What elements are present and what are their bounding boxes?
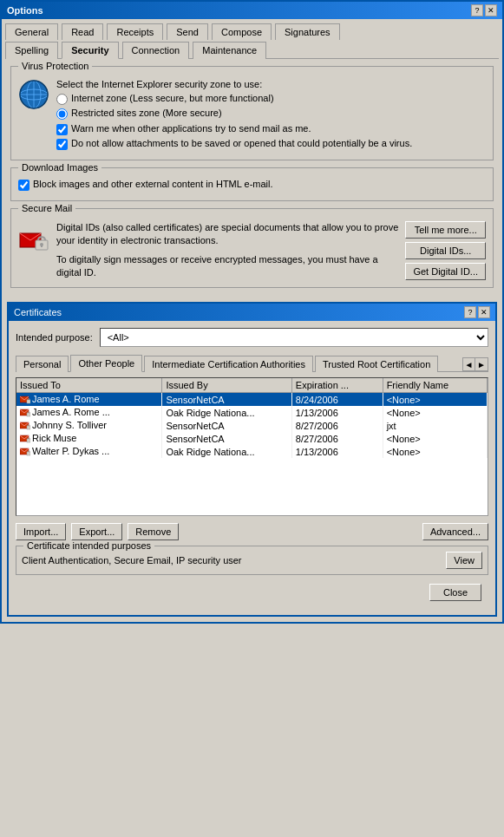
tab-scroll-right-button[interactable]: ► bbox=[475, 358, 488, 370]
cert-purposes-group: Certificate intended purposes Client Aut… bbox=[16, 546, 488, 575]
globe-icon bbox=[18, 79, 49, 110]
tab-spelling[interactable]: Spelling bbox=[5, 42, 58, 59]
radio-restricted-label: Restricted sites zone (More secure) bbox=[71, 108, 222, 118]
cert-help-button[interactable]: ? bbox=[464, 306, 476, 318]
security-content: Virus Protection Select the Internet Exp… bbox=[2, 59, 502, 302]
view-button[interactable]: View bbox=[446, 552, 482, 569]
virus-protection-group: Virus Protection Select the Internet Exp… bbox=[10, 66, 494, 160]
tab-read[interactable]: Read bbox=[62, 23, 103, 40]
get-digital-id-button[interactable]: Get Digital ID... bbox=[405, 263, 486, 280]
svg-rect-11 bbox=[27, 400, 30, 403]
certificate-table: Issued To Issued By Expiration ... Frien… bbox=[16, 378, 488, 458]
purposes-row: Client Authentication, Secure Email, IP … bbox=[22, 552, 482, 569]
secure-mail-icon bbox=[18, 221, 49, 252]
options-title: Options bbox=[7, 5, 43, 16]
options-title-bar: Options ? ✕ bbox=[2, 2, 502, 19]
svg-rect-19 bbox=[27, 452, 30, 455]
help-button[interactable]: ? bbox=[471, 4, 483, 16]
dialog-bottom: Close bbox=[16, 580, 488, 608]
check-block-images[interactable] bbox=[18, 180, 29, 191]
advanced-button[interactable]: Advanced... bbox=[422, 523, 488, 540]
secure-mail-label: Secure Mail bbox=[18, 203, 75, 213]
cert-purposes-label: Certificate intended purposes bbox=[23, 540, 154, 551]
svg-rect-9 bbox=[41, 245, 43, 247]
import-button[interactable]: Import... bbox=[16, 523, 66, 540]
table-row[interactable]: Rick MuseSensorNetCA8/27/2006<None> bbox=[16, 432, 488, 445]
title-bar-controls: ? ✕ bbox=[471, 4, 497, 16]
radio-restricted-zone[interactable] bbox=[56, 108, 68, 120]
tell-me-more-button[interactable]: Tell me more... bbox=[405, 221, 486, 239]
options-window: Options ? ✕ General Read Receipts Send C… bbox=[0, 0, 504, 624]
sm-text1: Digital IDs (also called certificates) a… bbox=[56, 221, 398, 248]
vp-options: Select the Internet Explorer security zo… bbox=[56, 79, 486, 153]
cert-tab-other-people[interactable]: Other People bbox=[70, 355, 142, 372]
close-button[interactable]: ✕ bbox=[485, 4, 497, 16]
purposes-text: Client Authentication, Secure Email, IP … bbox=[22, 555, 242, 566]
cert-row-icon bbox=[20, 446, 32, 456]
cert-row-icon bbox=[20, 394, 32, 404]
certificates-title-bar: Certificates ? ✕ bbox=[9, 304, 495, 321]
svg-rect-17 bbox=[27, 439, 30, 442]
table-row[interactable]: Johnny S. TolliverSensorNetCA8/27/2006jx… bbox=[16, 419, 488, 432]
check-warn-send[interactable] bbox=[56, 124, 68, 135]
col-friendly-name: Friendly Name bbox=[383, 378, 487, 393]
secure-mail-group: Secure Mail Digital IDs (also bbox=[10, 208, 494, 288]
download-images-label: Download Images bbox=[18, 162, 101, 173]
sm-text2: To digitally sign messages or receive en… bbox=[56, 253, 398, 280]
check-no-attachments[interactable] bbox=[56, 139, 68, 150]
check-block-images-label: Block images and other external content … bbox=[33, 179, 273, 189]
tab-receipts[interactable]: Receipts bbox=[107, 23, 163, 40]
cert-tab-intermediate[interactable]: Intermediate Certification Authorities bbox=[144, 356, 313, 372]
tab-scroll-left-button[interactable]: ◄ bbox=[463, 358, 475, 370]
col-issued-to: Issued To bbox=[16, 378, 162, 393]
tab-maintenance[interactable]: Maintenance bbox=[193, 42, 266, 59]
remove-button[interactable]: Remove bbox=[128, 523, 179, 540]
certificates-dialog: Certificates ? ✕ Intended purpose: <All>… bbox=[7, 302, 497, 617]
svg-rect-15 bbox=[27, 426, 30, 429]
certificate-table-container[interactable]: Issued To Issued By Expiration ... Frien… bbox=[16, 377, 488, 516]
table-row[interactable]: James A. Rome ...Oak Ridge Nationa...1/1… bbox=[16, 406, 488, 419]
table-row[interactable]: James A. RomeSensorNetCA8/24/2006<None> bbox=[16, 393, 488, 407]
col-expiration: Expiration ... bbox=[291, 378, 383, 393]
virus-protection-label: Virus Protection bbox=[18, 61, 92, 71]
tab-send[interactable]: Send bbox=[167, 23, 208, 40]
radio-internet-zone[interactable] bbox=[56, 94, 68, 105]
table-row[interactable]: Walter P. Dykas ...Oak Ridge Nationa...1… bbox=[16, 445, 488, 458]
cert-row-icon bbox=[20, 433, 32, 443]
svg-rect-13 bbox=[27, 413, 30, 416]
intended-purpose-row: Intended purpose: <All> bbox=[16, 328, 488, 347]
digital-ids-button[interactable]: Digital IDs... bbox=[405, 242, 486, 259]
intended-purpose-select[interactable]: <All> bbox=[100, 328, 488, 347]
radio-internet-label: Internet zone (Less secure, but more fun… bbox=[71, 93, 274, 103]
vp-description: Select the Internet Explorer security zo… bbox=[56, 79, 486, 89]
cert-close-button[interactable]: ✕ bbox=[478, 306, 490, 318]
tab-security[interactable]: Security bbox=[62, 42, 118, 59]
tab-compose[interactable]: Compose bbox=[212, 23, 272, 40]
cert-row-icon bbox=[20, 407, 32, 417]
check-no-attachments-label: Do not allow attachments to be saved or … bbox=[71, 138, 412, 148]
sm-buttons: Tell me more... Digital IDs... Get Digit… bbox=[405, 221, 486, 280]
cert-tab-personal[interactable]: Personal bbox=[16, 356, 69, 372]
check-warn-send-label: Warn me when other applications try to s… bbox=[71, 123, 311, 134]
cert-row-icon bbox=[20, 420, 32, 430]
intended-purpose-label: Intended purpose: bbox=[16, 332, 93, 343]
col-issued-by: Issued By bbox=[162, 378, 291, 393]
tab-connection[interactable]: Connection bbox=[122, 42, 190, 59]
tab-signatures[interactable]: Signatures bbox=[275, 23, 340, 40]
close-dialog-button[interactable]: Close bbox=[429, 584, 481, 601]
export-button[interactable]: Export... bbox=[71, 523, 122, 540]
tab-general[interactable]: General bbox=[5, 23, 58, 40]
certificates-title: Certificates bbox=[14, 307, 62, 317]
download-images-group: Download Images Block images and other e… bbox=[10, 167, 494, 201]
certificates-content: Intended purpose: <All> Personal Other P… bbox=[9, 321, 495, 615]
cert-tab-trusted-root[interactable]: Trusted Root Certification bbox=[315, 356, 438, 372]
secure-mail-text: Digital IDs (also called certificates) a… bbox=[56, 221, 398, 280]
